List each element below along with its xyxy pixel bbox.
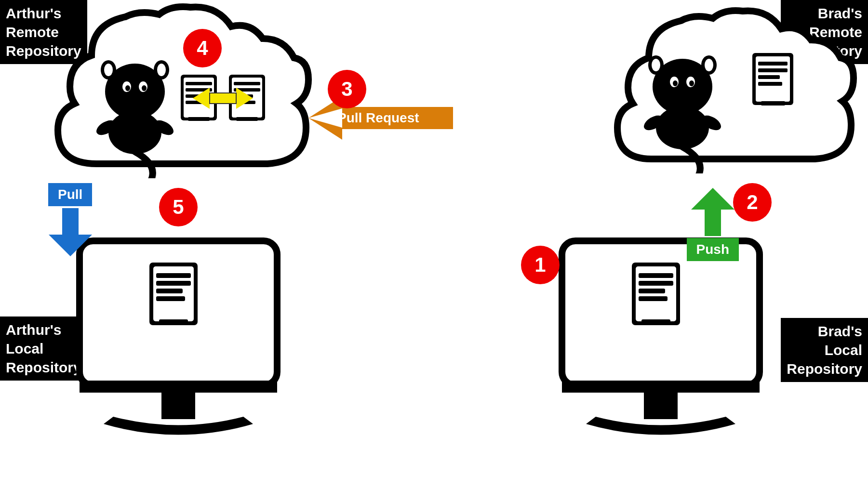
svg-point-64 [175, 399, 182, 406]
brad-local-label: Brad's Local Repository [781, 318, 868, 382]
svg-rect-27 [236, 117, 258, 121]
svg-rect-20 [188, 117, 210, 121]
svg-rect-28 [210, 93, 236, 104]
svg-rect-49 [758, 68, 788, 72]
arthur-local-label: Arthur's Local Repository [0, 317, 87, 381]
svg-rect-77 [62, 208, 79, 237]
svg-rect-59 [156, 289, 183, 293]
svg-point-10 [108, 111, 161, 154]
svg-rect-50 [758, 75, 780, 79]
svg-point-5 [126, 91, 144, 102]
svg-rect-71 [639, 289, 665, 293]
svg-point-76 [657, 399, 664, 406]
svg-rect-60 [156, 296, 185, 301]
diagram: Arthur's Remote Repository Brad's Remote… [0, 0, 868, 488]
svg-point-4 [142, 85, 147, 91]
svg-point-37 [674, 86, 691, 97]
svg-rect-70 [639, 281, 673, 286]
svg-rect-61 [159, 319, 188, 324]
svg-point-42 [656, 106, 709, 149]
pull-request-arrow: Pull Request [308, 96, 453, 140]
pull-label: Pull [48, 183, 92, 206]
svg-rect-58 [156, 281, 191, 286]
svg-rect-57 [156, 273, 191, 278]
svg-rect-72 [639, 296, 668, 301]
step-2-circle: 2 [733, 183, 772, 222]
pull-arrow: Pull [48, 183, 92, 256]
svg-point-41 [705, 59, 713, 71]
svg-rect-83 [705, 207, 721, 236]
arthur-remote-cloud [39, 0, 323, 180]
svg-point-8 [104, 64, 113, 76]
brad-remote-cloud [603, 5, 858, 175]
svg-rect-51 [758, 82, 782, 86]
svg-rect-23 [234, 82, 260, 85]
svg-point-35 [673, 80, 678, 86]
svg-point-3 [125, 85, 130, 91]
svg-rect-69 [639, 273, 673, 278]
step-1-circle: 1 [521, 246, 560, 284]
arthur-local-monitor [75, 236, 282, 469]
svg-marker-78 [49, 235, 92, 256]
svg-point-9 [157, 64, 166, 76]
svg-rect-52 [761, 101, 785, 106]
step-3-circle: 3 [328, 70, 366, 108]
svg-point-40 [652, 59, 660, 71]
pull-request-label: Pull Request [337, 110, 419, 126]
push-arrow: Push [687, 188, 739, 261]
svg-point-36 [689, 80, 694, 86]
push-label: Push [687, 238, 739, 261]
step-4-circle: 4 [183, 29, 222, 67]
svg-rect-16 [186, 82, 212, 85]
svg-marker-82 [691, 188, 734, 210]
step-5-circle: 5 [159, 188, 198, 226]
brad-local-monitor [557, 236, 764, 469]
svg-rect-73 [641, 319, 670, 324]
svg-rect-48 [758, 62, 788, 66]
